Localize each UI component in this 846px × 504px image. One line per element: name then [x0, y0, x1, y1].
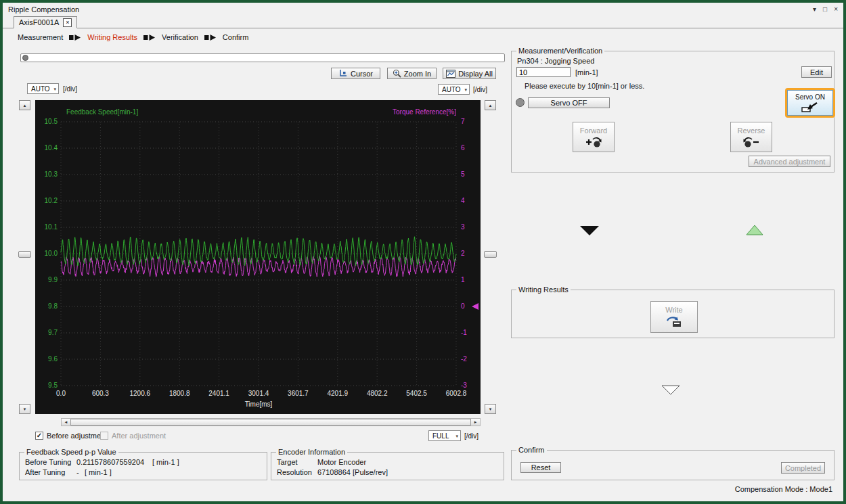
cursor-button[interactable]: Cursor [331, 68, 380, 79]
measurement-progress-bar[interactable] [20, 53, 505, 62]
before-adjustment-label: Before adjustment [47, 432, 107, 440]
green-up-triangle-icon [746, 225, 763, 235]
servo-on-button[interactable]: Servo ON [785, 88, 835, 118]
edit-button[interactable]: Edit [801, 66, 832, 78]
svg-text:-1: -1 [461, 329, 467, 336]
encoder-resolution-value: 67108864 [Pulse/rev] [317, 468, 388, 476]
close-icon[interactable]: × [834, 6, 838, 13]
write-button[interactable]: Write [650, 301, 698, 333]
svg-text:10.1: 10.1 [45, 223, 58, 231]
svg-text:4201.9: 4201.9 [328, 390, 349, 397]
left-axis-scale-slider[interactable] [18, 251, 31, 258]
triangle-down-icon: ▼ [23, 407, 27, 411]
servo-status-indicator [516, 98, 525, 107]
svg-text:Torque Reference[%]: Torque Reference[%] [393, 108, 456, 116]
right-axis-scale-up-button[interactable]: ▲ [485, 100, 496, 110]
after-tuning-value: - [76, 468, 79, 476]
svg-text:-3: -3 [461, 382, 467, 389]
write-button-label: Write [665, 306, 682, 314]
svg-text:9.7: 9.7 [48, 329, 58, 336]
time-scale-combo[interactable]: FULL ▾ [428, 430, 461, 441]
svg-text:7: 7 [461, 118, 465, 125]
svg-text:1200.6: 1200.6 [130, 390, 151, 397]
right-scale-value: AUTO [442, 86, 461, 93]
svg-text:6002.8: 6002.8 [446, 390, 467, 397]
encoder-info-title: Encoder Information [276, 448, 347, 456]
servo-on-button-label: Servo ON [795, 93, 825, 101]
after-adjustment-checkbox[interactable]: After adjustment [100, 432, 166, 440]
left-axis-scale-down-button[interactable]: ▼ [19, 404, 30, 414]
checkbox-unchecked-icon [100, 432, 108, 440]
chart-area: 10.5710.4610.3510.2410.1310.029.919.809.… [35, 100, 481, 414]
left-scale-combo[interactable]: AUTO ▾ [27, 83, 59, 94]
writing-results-title: Writing Results [516, 285, 571, 294]
scroll-left-icon[interactable]: ◄ [62, 419, 70, 426]
black-down-triangle-icon [579, 225, 600, 236]
tab-axis[interactable]: AxisF0001A × [14, 16, 77, 28]
before-tuning-value: 0.211578607559204 [76, 458, 144, 466]
servo-off-button[interactable]: Servo OFF [528, 97, 610, 108]
svg-text:1800.8: 1800.8 [169, 390, 190, 397]
before-tuning-unit: [ min-1 ] [152, 458, 179, 466]
writing-results-group: Writing Results Write [511, 290, 834, 338]
completed-button[interactable]: Completed [781, 462, 825, 474]
forward-button-label: Forward [580, 127, 607, 135]
svg-text:600.3: 600.3 [92, 390, 109, 397]
window-title: Ripple Compensation [8, 5, 79, 14]
svg-text:0: 0 [461, 302, 465, 310]
display-all-button[interactable]: Display All [443, 68, 496, 79]
svg-text:10.4: 10.4 [45, 144, 58, 152]
encoder-target-value: Motor Encoder [317, 458, 366, 466]
svg-text:2: 2 [461, 250, 465, 257]
reset-button-label: Reset [531, 463, 551, 472]
maximize-icon[interactable]: □ [823, 6, 827, 13]
before-adjustment-checkbox[interactable]: ✓ Before adjustment [35, 432, 107, 440]
servo-on-icon [801, 101, 819, 112]
forward-jog-icon [584, 136, 603, 148]
zoom-in-button-label: Zoom In [404, 70, 431, 78]
right-axis-scale-slider[interactable] [484, 251, 497, 258]
tab-close-icon[interactable]: × [63, 18, 72, 27]
after-tuning-unit: [ min-1 ] [85, 468, 112, 476]
svg-text:3: 3 [461, 223, 465, 231]
right-scale-combo[interactable]: AUTO ▾ [438, 84, 470, 95]
advanced-adjustment-button[interactable]: Advanced adjustment [749, 156, 830, 167]
display-all-icon [446, 70, 455, 78]
chart-horizontal-scrollbar[interactable]: ◄ ► [61, 418, 481, 426]
float-window-icon[interactable]: ▾ [813, 6, 816, 13]
left-scale-value: AUTO [31, 85, 50, 93]
after-adjustment-label: After adjustment [112, 432, 166, 440]
right-axis-scale-down-button[interactable]: ▼ [485, 404, 496, 414]
step-arrow-icon [143, 35, 156, 41]
svg-text:4802.2: 4802.2 [367, 390, 388, 397]
scroll-right-icon[interactable]: ► [471, 419, 480, 426]
svg-text:3001.4: 3001.4 [248, 390, 269, 397]
step-arrow-icon [69, 35, 81, 41]
hscrollbar-thumb[interactable] [70, 419, 471, 426]
servo-off-button-label: Servo OFF [551, 99, 587, 107]
svg-text:5: 5 [461, 170, 465, 178]
completed-button-label: Completed [785, 464, 821, 472]
svg-text:10.2: 10.2 [45, 197, 58, 204]
confirm-title: Confirm [516, 446, 547, 454]
cursor-button-label: Cursor [351, 70, 373, 78]
triangle-down-icon: ▼ [489, 407, 493, 411]
advanced-adjustment-label: Advanced adjustment [754, 158, 826, 166]
jogging-speed-input[interactable] [516, 67, 571, 77]
reverse-button[interactable]: Reverse [730, 122, 772, 152]
triangle-up-icon: ▲ [23, 104, 27, 108]
reverse-jog-icon [742, 136, 761, 148]
speed-note: Please execute by 10[min-1] or less. [525, 82, 644, 90]
left-axis-scale-up-button[interactable]: ▲ [19, 100, 30, 110]
svg-text:9.8: 9.8 [48, 302, 58, 310]
svg-text:4: 4 [461, 197, 465, 204]
compensation-mode-label: Compensation Mode : Mode1 [735, 485, 832, 493]
forward-button[interactable]: Forward [573, 122, 615, 152]
svg-text:Feedback Speed[min-1]: Feedback Speed[min-1] [66, 108, 138, 116]
zoom-in-button[interactable]: Zoom In [387, 68, 437, 79]
encoder-resolution-label: Resolution [277, 468, 312, 476]
chevron-down-icon: ▾ [464, 87, 467, 92]
reset-button[interactable]: Reset [520, 462, 561, 473]
svg-text:3601.7: 3601.7 [288, 390, 309, 397]
tab-label: AxisF0001A [19, 18, 59, 26]
